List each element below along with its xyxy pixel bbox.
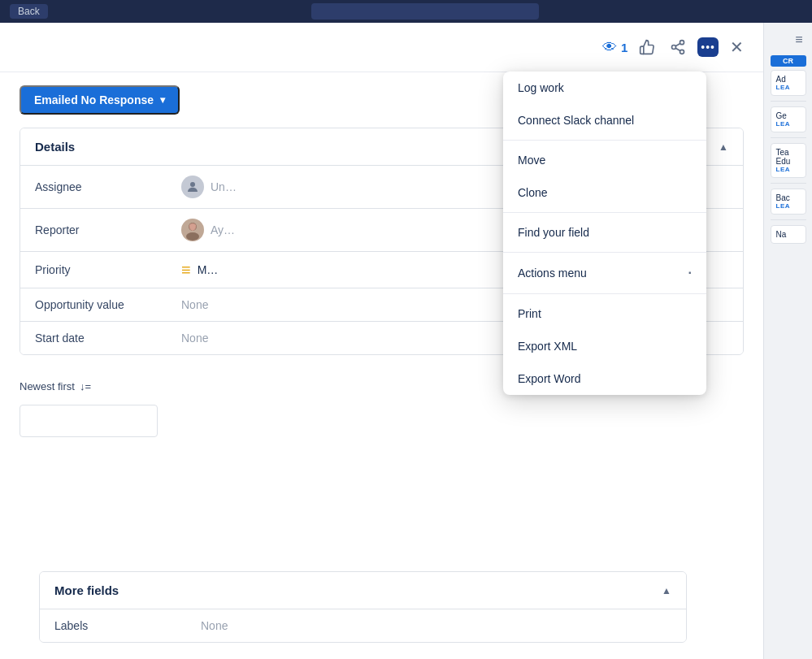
- start-date-text: None: [181, 332, 208, 345]
- more-fields-section: More fields ▲ Labels None: [39, 571, 687, 643]
- sidebar-card-5[interactable]: Na: [771, 225, 806, 244]
- more-options-button[interactable]: •••: [697, 37, 719, 57]
- sidebar-chip-cr[interactable]: CR: [771, 55, 806, 67]
- menu-item-export-word[interactable]: Export Word: [503, 362, 706, 395]
- sidebar-card-5-title: Na: [776, 230, 801, 239]
- menu-item-print[interactable]: Print: [503, 297, 706, 330]
- menu-divider-2: [503, 212, 706, 213]
- dropdown-menu: Log work Connect Slack channel Move Clon…: [503, 72, 706, 395]
- share-icon: [670, 39, 686, 55]
- header-icon-group: 👁 1 •••: [602, 34, 747, 60]
- sort-icon: ↓=: [80, 380, 91, 392]
- menu-item-find-field[interactable]: Find your field: [503, 216, 706, 249]
- card-panel: 👁 1 •••: [0, 23, 763, 659]
- status-badge-label: Emailed No Response: [34, 93, 154, 106]
- menu-item-connect-slack[interactable]: Connect Slack channel: [503, 104, 706, 137]
- sidebar-card-4[interactable]: Bac LEA: [771, 189, 806, 215]
- menu-item-log-work[interactable]: Log work: [503, 72, 706, 104]
- close-button[interactable]: ✕: [727, 34, 747, 60]
- menu-divider-4: [503, 293, 706, 294]
- svg-point-2: [680, 50, 684, 54]
- menu-item-move-label: Move: [518, 154, 545, 167]
- thumbs-up-button[interactable]: [636, 36, 658, 59]
- opportunity-value-label: Opportunity value: [35, 298, 181, 311]
- menu-divider-3: [503, 252, 706, 253]
- user-icon: [185, 180, 200, 194]
- sidebar-divider-3: [771, 183, 806, 184]
- menu-item-export-xml-label: Export XML: [518, 340, 577, 353]
- menu-item-clone[interactable]: Clone: [503, 176, 706, 209]
- sidebar-card-3[interactable]: Tea Edu LEA: [771, 143, 806, 178]
- opportunity-value-value: None: [181, 298, 208, 311]
- reporter-value: Ay…: [181, 219, 235, 241]
- details-title: Details: [35, 140, 75, 154]
- share-button[interactable]: [667, 36, 689, 59]
- main-area: 👁 1 •••: [0, 23, 812, 659]
- menu-item-export-word-label: Export Word: [518, 372, 581, 385]
- sidebar-card-2-sub: LEA: [776, 120, 801, 128]
- menu-item-actions-menu-label: Actions menu: [518, 267, 587, 280]
- reporter-text: Ay…: [211, 223, 235, 236]
- thumbs-up-icon: [639, 39, 655, 55]
- filter-area: ≡: [771, 29, 806, 54]
- priority-label: Priority: [35, 263, 181, 276]
- watch-count: 1: [621, 41, 627, 54]
- filter-icon[interactable]: ≡: [795, 33, 802, 47]
- menu-item-print-label: Print: [518, 307, 541, 320]
- menu-item-export-xml[interactable]: Export XML: [503, 330, 706, 362]
- back-button[interactable]: Back: [10, 4, 48, 19]
- assignee-avatar: [181, 176, 204, 198]
- sidebar-card-3-sub: LEA: [776, 166, 801, 173]
- sidebar-card-2-title: Ge: [776, 111, 801, 120]
- more-fields-header: More fields ▲: [40, 572, 686, 609]
- sort-label: Newest first: [20, 380, 75, 392]
- sidebar-card-3-sub2: Edu: [776, 157, 801, 166]
- close-icon: ✕: [730, 38, 744, 56]
- sidebar-divider-4: [771, 219, 806, 220]
- right-sidebar: ≡ CR Ad LEA Ge LEA Tea Edu LEA Bac LEA N…: [763, 23, 812, 659]
- reporter-avatar: [181, 219, 204, 241]
- status-chevron-icon: ▾: [160, 94, 165, 106]
- top-bar: Back: [0, 0, 812, 23]
- svg-point-7: [186, 232, 199, 241]
- menu-item-connect-slack-label: Connect Slack channel: [518, 114, 634, 127]
- labels-label: Labels: [54, 619, 201, 632]
- menu-item-clone-label: Clone: [518, 186, 548, 199]
- sidebar-divider-1: [771, 101, 806, 102]
- opportunity-value-text: None: [181, 298, 208, 311]
- sort-input-box: [20, 405, 158, 437]
- details-collapse-icon[interactable]: ▲: [719, 141, 728, 153]
- svg-point-5: [190, 182, 195, 187]
- status-badge-button[interactable]: Emailed No Response ▾: [20, 85, 180, 115]
- menu-item-actions-menu[interactable]: Actions menu ·: [503, 256, 706, 290]
- more-fields-collapse-icon[interactable]: ▲: [662, 585, 671, 596]
- labels-text: None: [201, 619, 228, 632]
- assignee-value: Un…: [181, 176, 237, 198]
- priority-value: ≡ M…: [181, 262, 218, 278]
- priority-icon: ≡: [181, 262, 191, 278]
- more-options-label: •••: [701, 41, 715, 54]
- labels-value: None: [201, 619, 228, 632]
- svg-point-0: [680, 41, 684, 45]
- sidebar-card-4-sub: LEA: [776, 202, 801, 210]
- sort-bar[interactable]: Newest first ↓=: [20, 380, 91, 392]
- menu-item-move[interactable]: Move: [503, 144, 706, 176]
- labels-row: Labels None: [40, 609, 686, 642]
- sidebar-divider-2: [771, 137, 806, 138]
- assignee-label: Assignee: [35, 180, 181, 193]
- svg-point-1: [672, 46, 676, 50]
- menu-divider-1: [503, 140, 706, 141]
- svg-line-3: [675, 48, 680, 50]
- sidebar-card-1-title: Ad: [776, 75, 801, 84]
- menu-item-log-work-label: Log work: [518, 81, 564, 94]
- sidebar-card-2[interactable]: Ge LEA: [771, 106, 806, 132]
- assignee-text: Un…: [211, 180, 237, 193]
- actions-menu-arrow-icon: ·: [688, 266, 692, 280]
- sidebar-card-1-sub: LEA: [776, 84, 801, 91]
- reporter-avatar-svg: [181, 219, 204, 241]
- start-date-value: None: [181, 332, 208, 345]
- sidebar-card-4-title: Bac: [776, 193, 801, 202]
- top-search-input[interactable]: [311, 3, 539, 20]
- card-header: 👁 1 •••: [0, 23, 763, 72]
- sidebar-card-1[interactable]: Ad LEA: [771, 70, 806, 96]
